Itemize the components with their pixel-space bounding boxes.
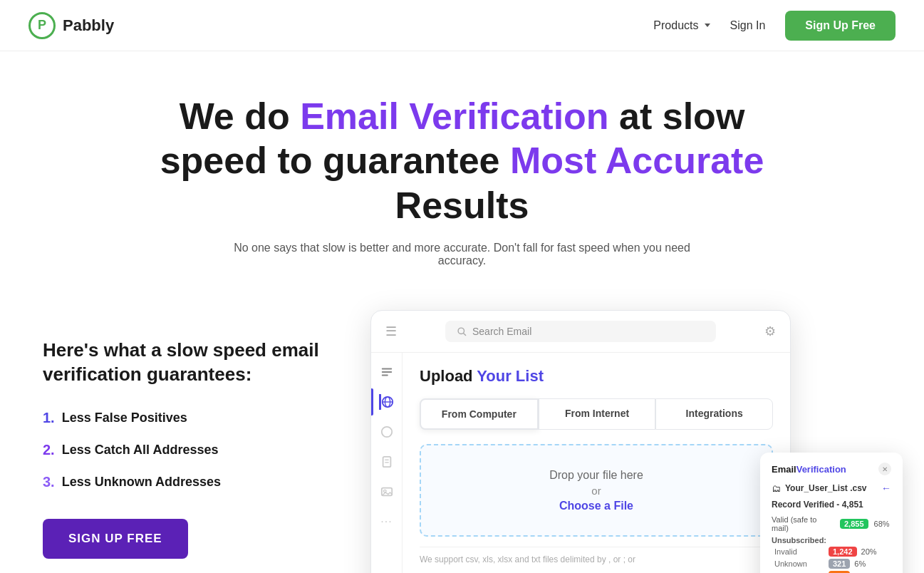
hero-subtitle: No one says that slow is better and more… — [227, 242, 697, 267]
choose-file-link[interactable]: Choose a File — [559, 500, 633, 512]
feature-num-3: 3. — [43, 474, 55, 490]
stat-unknown-label: Unknown — [774, 559, 824, 568]
stat-invalid-pct: 20% — [861, 547, 877, 556]
products-label: Products — [653, 19, 698, 32]
stat-invalid-count: 1,242 — [829, 547, 857, 557]
menu-icon[interactable]: ☰ — [385, 324, 397, 339]
chevron-down-icon — [705, 24, 710, 27]
search-bar[interactable]: Search Email — [445, 321, 716, 342]
app-main: Upload Your List From Computer From Inte… — [403, 353, 790, 573]
drop-text: Drop your file here — [549, 469, 643, 482]
tab-computer[interactable]: From Computer — [420, 398, 539, 430]
app-mockup: ☰ Search Email ⚙ — [370, 310, 791, 573]
cta-button[interactable]: SIGN UP FREE — [43, 519, 188, 559]
svg-rect-2 — [381, 368, 391, 370]
stat-valid-pct: 68% — [874, 520, 890, 528]
logo-text: Pabbly — [63, 16, 114, 35]
left-panel: Here's what a slow speed email verificat… — [43, 310, 342, 559]
upload-title-highlight: Your List — [477, 367, 544, 385]
sidebar-icon-globe[interactable] — [379, 394, 395, 410]
file-arrow-icon: ← — [881, 482, 891, 494]
nav-right: Products Sign In Sign Up Free — [653, 11, 896, 41]
svg-point-8 — [381, 427, 391, 437]
sidebar-icon-file[interactable] — [379, 454, 395, 470]
sidebar-active-indicator — [371, 388, 373, 415]
stat-invalid: Invalid 1,242 20% — [772, 547, 891, 557]
dropzone[interactable]: Drop your file here or Choose a File — [420, 444, 773, 537]
feature-list: 1. Less False Positives 2. Less Catch Al… — [43, 410, 342, 490]
sidebar-icon-chat[interactable] — [379, 424, 395, 440]
overlay-title: EmailVerification — [772, 464, 846, 475]
search-icon — [457, 326, 467, 336]
hero-title-post: Results — [395, 185, 529, 226]
stat-valid-label: Valid (safe to mail) — [772, 515, 836, 532]
stat-unknown-pct: 6% — [854, 559, 866, 568]
feature-item-3: 3. Less Unknown Addresses — [43, 474, 342, 490]
unsub-label: Unsubscribed: — [772, 536, 891, 544]
overlay-title-verif: Verification — [796, 464, 846, 475]
file-icon: 🗂 — [772, 483, 781, 494]
navbar: P Pabbly Products Sign In Sign Up Free — [0, 0, 924, 51]
hero-section: We do Email Verification at slow speed t… — [0, 51, 924, 267]
support-text: We support csv, xls, xlsx and txt files … — [420, 547, 773, 572]
hero-title-pre: We do — [180, 96, 300, 137]
tab-integrations[interactable]: Integrations — [655, 398, 773, 430]
right-panel: ☰ Search Email ⚙ — [370, 310, 881, 573]
logo-icon: P — [28, 12, 56, 39]
app-topbar: ☰ Search Email ⚙ — [371, 311, 790, 353]
hero-title: We do Email Verification at slow speed t… — [156, 94, 769, 227]
feature-text-2: Less Catch All Addresses — [62, 443, 219, 458]
feature-text-1: Less False Positives — [62, 411, 187, 425]
svg-rect-4 — [381, 375, 388, 376]
record-verified: Record Verified - 4,851 — [772, 500, 891, 510]
svg-rect-3 — [381, 371, 391, 373]
feature-item-2: 2. Less Catch All Addresses — [43, 442, 342, 458]
stat-unknown: Unknown 321 6% — [772, 559, 891, 569]
stat-unknown-count: 321 — [829, 559, 850, 569]
overlay-close-button[interactable]: ✕ — [878, 463, 891, 475]
svg-line-1 — [463, 334, 465, 336]
feature-item-1: 1. Less False Positives — [43, 410, 342, 426]
sidebar-icon-more[interactable]: ··· — [379, 514, 395, 530]
hero-title-highlight2: Most Accurate — [510, 140, 764, 181]
upload-tabs: From Computer From Internet Integrations — [420, 398, 773, 430]
sidebar-icon-list[interactable] — [379, 364, 395, 380]
app-sidebar: ··· — [371, 353, 403, 573]
tab-internet[interactable]: From Internet — [539, 398, 656, 430]
features-heading: Here's what a slow speed email verificat… — [43, 339, 342, 387]
stat-invalid-label: Invalid — [774, 547, 824, 556]
feature-text-3: Less Unknown Addresses — [62, 475, 221, 490]
products-menu[interactable]: Products — [653, 19, 710, 32]
file-name: Your_User_List .csv — [785, 483, 877, 493]
main-content: Here's what a slow speed email verificat… — [0, 267, 924, 573]
gear-icon[interactable]: ⚙ — [764, 324, 776, 339]
stat-valid-count: 2,855 — [840, 519, 868, 529]
drop-or: or — [591, 485, 601, 497]
app-body: ··· Upload Your List From Computer From … — [371, 353, 790, 573]
signin-link[interactable]: Sign In — [730, 19, 766, 32]
overlay-header: EmailVerification ✕ — [772, 463, 891, 475]
signup-button[interactable]: Sign Up Free — [785, 11, 896, 41]
logo[interactable]: P Pabbly — [28, 12, 114, 39]
sidebar-icon-image[interactable] — [379, 484, 395, 500]
file-row: 🗂 Your_User_List .csv ← — [772, 482, 891, 494]
overlay-title-email: Email — [772, 464, 796, 475]
stat-valid: Valid (safe to mail) 2,855 68% — [772, 515, 891, 532]
svg-rect-9 — [383, 457, 390, 467]
upload-title: Upload Your List — [420, 367, 773, 386]
feature-num-1: 1. — [43, 410, 55, 426]
search-placeholder: Search Email — [472, 326, 531, 337]
feature-num-2: 2. — [43, 442, 55, 458]
upload-title-pre: Upload — [420, 367, 477, 385]
hero-title-highlight1: Email Verification — [300, 96, 609, 137]
overlay-card: EmailVerification ✕ 🗂 Your_User_List .cs… — [760, 453, 903, 573]
